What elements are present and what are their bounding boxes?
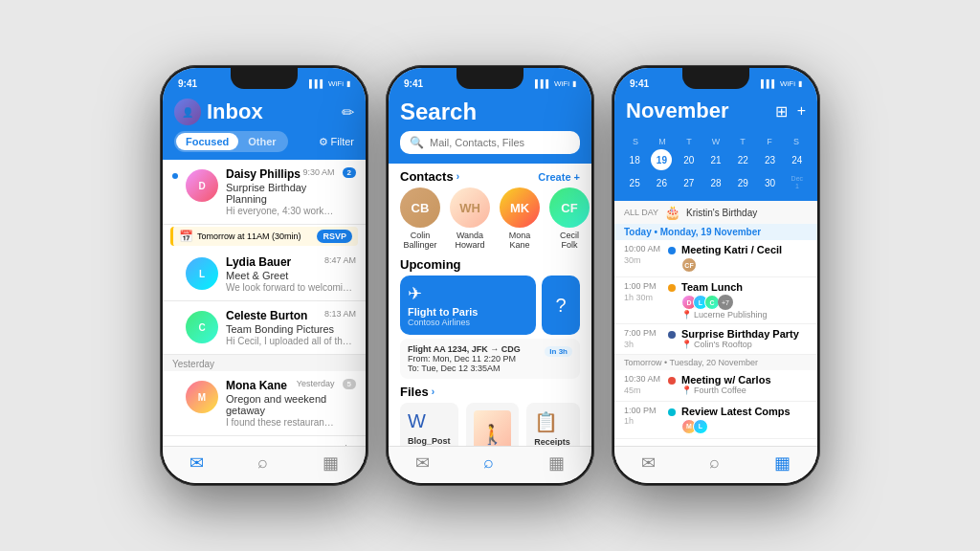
search-input[interactable] [430,137,570,148]
contacts-row: CB ColinBallinger WH WandaHoward MK Mona… [389,187,591,257]
tab-focused[interactable]: Focused [176,133,238,150]
nav-search[interactable]: ⌕ [257,452,268,474]
nav-mail[interactable]: ✉ [415,452,430,474]
contact-name-wanda: WandaHoward [455,231,484,250]
cal-day-23[interactable]: 23 [760,149,781,170]
pdf-icon: 📋 [534,410,572,433]
email-name: Daisy Phillips [226,167,301,181]
contact-cecil[interactable]: CF CecilFolk [549,187,590,250]
nav-mail[interactable]: ✉ [641,452,656,474]
event-meeting-katri[interactable]: 10:00 AM30m Meeting Katri / Cecil CF [614,240,817,277]
event-title: Meeting w/ Carlos [681,374,808,386]
tomorrow-label: Tomorrow • Tuesday, 20 November [614,355,817,370]
filter-label: Filter [331,136,354,147]
nav-calendar[interactable]: ▦ [774,452,791,474]
rsvp-button[interactable]: RSVP [317,230,352,243]
cal-day-30[interactable]: 30 [760,172,781,193]
tab-pills: Focused Other [174,131,288,152]
contact-name-cecil: CecilFolk [560,231,579,250]
day-labels: S M T W T F S [622,137,810,146]
inbox-header: 👤 Inbox ✏ Focused Other ⚙ Filter [163,95,366,160]
event-review-comps[interactable]: 1:00 PM1h Review Latest Comps M L [614,402,817,439]
cal-day-28[interactable]: 28 [705,172,726,193]
email-subject: Team Bonding Pictures [226,323,356,335]
files-section: Files › W Blog_Post Draft DOCX 🚶 [389,385,591,446]
cal-day-26[interactable]: 26 [651,172,672,193]
signal-icon: ▌▌▌ [535,79,551,88]
status-time-1: 9:41 [178,78,197,89]
nav-mail[interactable]: ✉ [189,452,204,474]
nav-search[interactable]: ⌕ [483,452,494,474]
search-header: Search 🔍 [389,95,591,164]
event-content: Surprise Birthday Party 📍 Colin's Roofto… [681,328,808,350]
birthday-event[interactable]: Kristin's Birthday [686,208,757,218]
email-item-lydia[interactable]: L Lydia Bauer 8:47 AM Meet & Greet We lo… [163,248,366,301]
email-time: 8:13 AM [324,309,356,319]
battery-icon: ▮ [346,79,350,88]
file-blog-post[interactable]: W Blog_Post Draft DOCX [400,403,458,446]
signal-icon: ▌▌▌ [309,79,325,88]
tab-other[interactable]: Other [238,133,285,150]
bottom-nav-3: ✉ ⌕ ▦ [614,446,817,483]
filter-button[interactable]: ⚙ Filter [319,136,354,148]
email-item-celeste[interactable]: C Celeste Burton 8:13 AM Team Bonding Pi… [163,301,366,355]
email-subject: Oregon and weekend getaway [226,393,335,416]
contact-colin[interactable]: CB ColinBallinger [400,187,440,250]
file-name: Receipts [534,437,572,446]
phones-container: 9:41 ▌▌▌ WiFi ▮ 👤 Inbox ✏ [141,46,839,505]
photo-thumbnail: 🚶 [474,410,512,446]
email-badge: 2 [343,167,356,178]
cal-day-24[interactable]: 24 [787,149,808,170]
event-avatars: D L C +7 [681,295,808,310]
cal-day-18[interactable]: 18 [624,149,645,170]
day-t2: T [729,137,756,146]
file-receipt[interactable]: 📋 Receipts PDF [526,403,580,446]
location-icon: 📍 [681,310,692,320]
nav-calendar[interactable]: ▦ [548,452,565,474]
files-row: W Blog_Post Draft DOCX 🚶 📋 Receipts [400,403,580,446]
unknown-card[interactable]: ? [542,276,580,335]
event-location: 📍 Fourth Coffee [681,386,808,395]
cal-day-25[interactable]: 25 [624,172,645,193]
email-item-daisy[interactable]: D Daisy Phillips 9:30 AM Surprise Birthd… [163,160,366,225]
flight-card[interactable]: ✈ Flight to Paris Contoso Airlines [400,276,536,335]
nav-calendar[interactable]: ▦ [323,452,339,474]
status-icons-2: ▌▌▌ WiFi ▮ [535,79,576,88]
avatar-colin: CB [400,187,440,228]
more-badge: +7 [718,295,733,310]
event-content: Review Latest Comps M L [681,406,808,434]
search-bar[interactable]: 🔍 [400,131,580,154]
cal-day-dec1[interactable]: Dec1 [787,172,808,193]
notch-1 [231,68,298,89]
event-title: Meeting Katri / Cecil [681,244,808,255]
email-badge: 5 [343,379,356,389]
email-name: Lydia Bauer [226,255,291,269]
contacts-header: Contacts › Create + [389,164,591,187]
event-birthday-party[interactable]: 7:00 PM3h Surprise Birthday Party 📍 Coli… [614,324,817,355]
edit-icon[interactable]: ✏ [342,103,354,121]
file-photo[interactable]: 🚶 [466,403,520,446]
flight-detail[interactable]: Flight AA 1234, JFK → CDG From: Mon, Dec… [400,339,580,379]
email-item-contoso[interactable]: CA Contoso Airlines Yesterday It's Time … [163,436,366,446]
grid-icon[interactable]: ⊞ [775,102,788,121]
status-icons-1: ▌▌▌ WiFi ▮ [309,79,350,88]
email-item-mona[interactable]: M Mona Kane Yesterday Oregon and weekend… [163,371,366,436]
event-meeting-carlos[interactable]: 10:30 AM45m Meeting w/ Carlos 📍 Fourth C… [614,370,817,401]
event-team-lunch[interactable]: 1:00 PM1h 30m Team Lunch D L C +7 📍 Luce… [614,277,817,324]
contact-wanda[interactable]: WH WandaHoward [450,187,490,250]
status-icons-3: ▌▌▌ WiFi ▮ [761,79,802,88]
contact-mona[interactable]: MK MonaKane [500,187,540,250]
cal-day-29[interactable]: 29 [732,172,753,193]
cal-day-19[interactable]: 19 [651,149,672,170]
cal-day-22[interactable]: 22 [732,149,753,170]
email-name: Celeste Burton [226,309,307,322]
cal-day-21[interactable]: 21 [705,149,726,170]
add-icon[interactable]: + [797,102,806,121]
email-subject: Surprise Birthday Planning [226,182,335,205]
create-button[interactable]: Create + [538,171,580,183]
cal-day-27[interactable]: 27 [679,172,700,193]
avatar-cecil: CF [549,187,590,228]
nav-search[interactable]: ⌕ [709,452,720,474]
event-avatar: CF [681,257,697,273]
cal-day-20[interactable]: 20 [679,149,700,170]
